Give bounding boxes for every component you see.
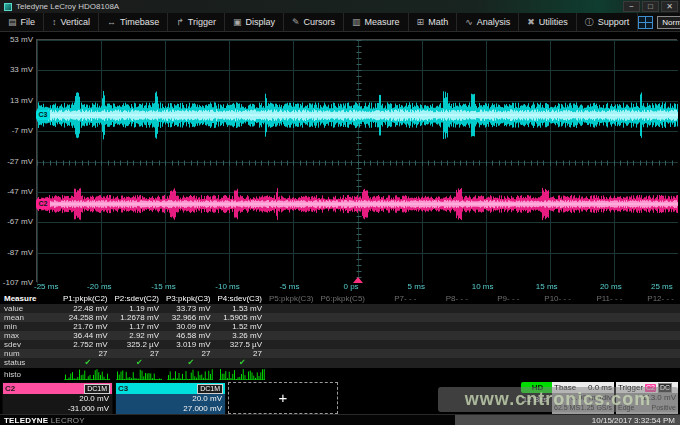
trigger-body: 113.0 mV Edge Positive [616,393,678,414]
measure-param-header[interactable]: P4:sdev(C3) [217,293,269,304]
menu-trigger[interactable]: ↱Trigger [168,13,225,31]
measure-row-label: status [0,358,62,368]
measure-status-check [577,358,629,368]
measure-min-cell [526,322,578,331]
menu-display[interactable]: ▣Display [225,13,284,31]
measure-param-header[interactable]: P6:pkpk(C5) [320,293,372,304]
measure-param-header[interactable]: P12- - - [629,293,680,304]
timebase-samples: 62.5 MS [554,403,580,413]
brand-logo: TELEDYNE LECROY [4,416,85,425]
x-axis-tick-label: 0 ps [344,282,359,291]
measure-histogram [217,368,269,381]
menu-file[interactable]: ▤File [0,13,44,31]
measure-row-label: num [0,349,62,358]
x-axis-tick-label: -20 ms [87,282,111,291]
trigger-source-badge: C2 [645,384,656,392]
channel-c2-vdiv: 20.0 mV [6,394,109,404]
add-channel-button[interactable]: + [228,382,338,414]
channel-c3-offset: 27.000 mV [119,404,222,414]
y-axis-tick-label: -87 mV [0,248,33,257]
waveform-canvas[interactable] [37,40,678,283]
measure-status-check [268,358,320,368]
measure-param-header[interactable]: P11- - - [577,293,629,304]
descriptor-bar: C2 DC1M 20.0 mV -31.000 mV C3 DC1M 20.0 … [0,381,680,414]
menu-analysis[interactable]: ∿Analysis [457,13,519,31]
measure-param-header[interactable]: P10- - - [526,293,578,304]
measure-row-label: histo [0,368,62,381]
timebase-box[interactable]: Tbase 0.0 ms 5.00 ms/div 62.5 MS 1.25 GS… [552,382,614,414]
measure-sdev-cell [577,340,629,349]
measure-sdev-cell: 3.019 mV [165,340,217,349]
display-icon: ▣ [233,17,242,27]
file-icon: ▤ [8,17,17,27]
measure-mean-cell [423,313,475,322]
measure-value-cell: 1.19 mV [114,304,166,313]
measure-param-header[interactable]: P1:pkpk(C2) [62,293,114,304]
menu-timebase[interactable]: ↔Timebase [99,13,168,31]
timestamp: 10/15/2017 3:32:54 PM [455,415,680,425]
measure-param-header[interactable]: P5:pkpk(C3) [268,293,320,304]
menu-right-controls: Norm Gesture Undo↶ [638,13,680,31]
measure-row-label: max [0,331,62,340]
menu-support[interactable]: ⓘSupport [577,13,639,31]
y-axis-tick-label: 53 mV [0,35,33,44]
menu-bar: ▤File↕Vertical↔Timebase↱Trigger▣Display✎… [0,13,680,32]
x-axis-tick-label: 25 ms [651,282,673,291]
measure-num-cell [423,349,475,358]
hd-mode-badge[interactable]: HD [521,382,554,393]
norm-button[interactable]: Norm [657,16,680,29]
measure-param-header[interactable]: P8- - - [423,293,475,304]
measure-param-header[interactable]: P2:sdev(C2) [114,293,166,304]
measure-mean-cell: 24.258 mV [62,313,114,322]
measure-row-min: min21.76 mV1.17 mV30.09 mV1.52 mV [0,322,680,331]
menu-math[interactable]: ⊞Math [409,13,458,31]
trigger-box[interactable]: Trigger C2 DC 113.0 mV Edge Positive [616,382,678,414]
measure-max-cell [320,331,372,340]
trace-marker-c3[interactable]: C3 [36,110,50,120]
brand-light: LECROY [51,416,85,425]
measure-min-cell: 1.17 mV [114,322,166,331]
measure-sdev-cell [526,340,578,349]
measure-histogram [320,368,372,381]
channel-c2-box[interactable]: C2 DC1M 20.0 mV -31.000 mV [2,382,113,414]
measure-min-cell [371,322,423,331]
trigger-icon: ↱ [176,17,184,27]
menu-vertical[interactable]: ↕Vertical [44,13,99,31]
measure-row-num: num27272727 [0,349,680,358]
measure-icon: ▥ [352,17,361,27]
measure-param-header[interactable]: P3:pkpk(C3) [165,293,217,304]
measure-mean-cell [371,313,423,322]
measure-num-cell [268,349,320,358]
measure-row-max: max36.44 mV2.92 mV46.58 mV3.26 mV [0,331,680,340]
measure-param-header[interactable]: P7- - - [371,293,423,304]
footer-bar: TELEDYNE LECROY 10/15/2017 3:32:54 PM [0,414,680,425]
menu-utilities[interactable]: ✖Utilities [519,13,577,31]
minimize-button[interactable]: − [623,1,640,12]
maximize-button[interactable]: □ [642,1,659,12]
measure-max-cell [423,331,475,340]
menu-label: Trigger [188,17,216,27]
measure-max-cell [474,331,526,340]
channel-c2-header: C2 DC1M [3,383,112,394]
menu-label: Support [598,17,630,27]
measure-max-cell: 3.26 mV [217,331,269,340]
grid-display-button[interactable] [638,16,653,29]
close-button[interactable]: ✕ [661,1,678,12]
menu-cursors[interactable]: ✎Cursors [284,13,344,31]
measure-max-cell: 2.92 mV [114,331,166,340]
menu-label: Utilities [539,17,568,27]
measure-status-check [474,358,526,368]
channel-c3-box[interactable]: C3 DC1M 20.0 mV 27.000 mV [115,382,226,414]
graticule[interactable]: C3C2 [36,39,677,282]
y-axis-tick-label: -7 mV [0,126,33,135]
app-icon [4,3,12,11]
measure-param-header[interactable]: P9- - - [474,293,526,304]
x-axis-tick-label: -10 ms [215,282,239,291]
measure-histogram [423,368,475,381]
measure-mean-cell: 1.5905 mV [217,313,269,322]
measure-min-cell: 1.52 mV [217,322,269,331]
menu-measure[interactable]: ▥Measure [344,13,409,31]
measure-sdev-cell: 327.5 µV [217,340,269,349]
menu-label: Measure [365,17,400,27]
trace-marker-c2[interactable]: C2 [36,199,50,209]
